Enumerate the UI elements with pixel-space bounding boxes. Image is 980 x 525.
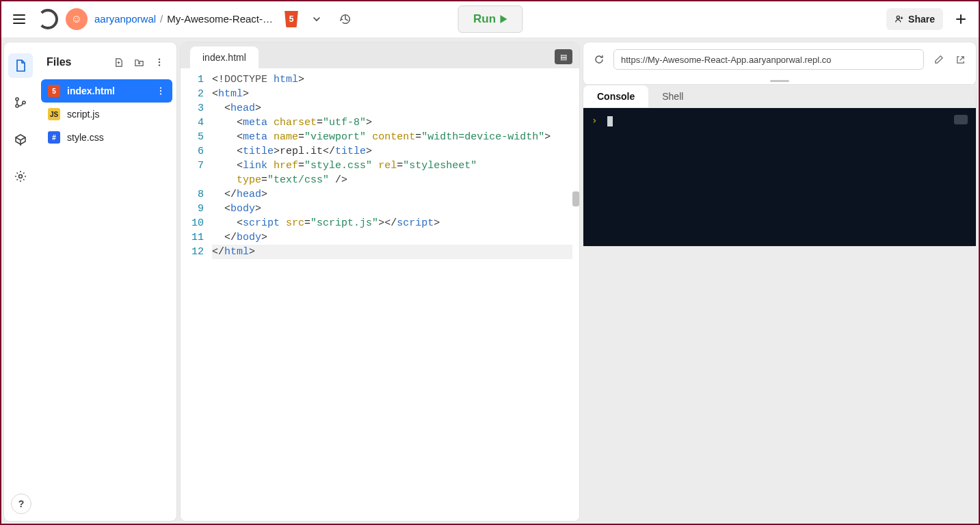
code-line[interactable]: <meta name="viewport" content="width=dev… — [212, 130, 572, 144]
console-output[interactable]: › — [583, 108, 976, 246]
breadcrumb: aaryanporwal / My-Awesome-React-… — [94, 13, 273, 25]
code-line[interactable]: </head> — [212, 187, 572, 202]
code-line[interactable]: <script src="script.js"></script> — [212, 216, 572, 230]
code-line[interactable]: </html> — [212, 245, 572, 259]
terminal-tabs: Console Shell — [583, 85, 976, 108]
files-more-button[interactable] — [152, 55, 167, 70]
run-button[interactable]: Run — [458, 5, 522, 33]
code-line[interactable]: <body> — [212, 202, 572, 216]
svg-point-8 — [160, 87, 161, 88]
breadcrumb-user[interactable]: aaryanporwal — [94, 13, 156, 25]
rail-settings-button[interactable] — [8, 164, 33, 189]
preview-url-input[interactable] — [613, 49, 924, 70]
breadcrumb-separator: / — [160, 13, 163, 25]
breadcrumb-project[interactable]: My-Awesome-React-… — [167, 13, 273, 25]
svg-point-5 — [159, 58, 160, 59]
code-line[interactable]: <link href="style.css" rel="stylesheet" — [212, 159, 572, 173]
play-icon — [500, 15, 507, 23]
css-file-icon: # — [48, 131, 60, 144]
files-header: Files — [41, 49, 172, 79]
pane-drag-handle[interactable] — [583, 77, 976, 85]
code-line[interactable]: </body> — [212, 230, 572, 245]
js-file-icon: JS — [48, 108, 60, 120]
html5-icon: 5 — [284, 11, 299, 27]
svg-point-10 — [160, 93, 161, 94]
file-row-style-css[interactable]: #style.css — [41, 126, 172, 149]
editor-tabbar: index.html ▤ — [181, 42, 579, 68]
left-panel: Files 5index.htmlJSscript.js#style.css — [4, 42, 176, 521]
files-pane: Files 5index.htmlJSscript.js#style.css — [37, 42, 176, 521]
history-button[interactable] — [334, 8, 356, 30]
markdown-preview-button[interactable]: ▤ — [555, 49, 572, 64]
editor-tab-index[interactable]: index.html — [190, 46, 259, 68]
file-label: style.css — [67, 132, 104, 143]
preview-pane — [583, 42, 976, 85]
svg-point-16 — [160, 139, 161, 141]
file-label: script.js — [67, 109, 99, 120]
help-button[interactable]: ? — [11, 494, 31, 514]
prompt-icon: › — [592, 115, 597, 126]
tab-console[interactable]: Console — [583, 85, 648, 107]
files-title: Files — [47, 56, 71, 68]
new-file-button[interactable] — [111, 55, 126, 70]
code-line[interactable]: <head> — [212, 101, 572, 116]
editor-gutter: 1234567 89101112 — [181, 68, 212, 521]
file-list: 5index.htmlJSscript.js#style.css — [41, 79, 172, 149]
invite-button[interactable] — [950, 8, 972, 30]
preview-urlbar — [583, 42, 976, 77]
rail-files-button[interactable] — [8, 53, 33, 78]
code-line[interactable]: <title>repl.it</title> — [212, 144, 572, 159]
run-label: Run — [473, 12, 496, 26]
svg-point-4 — [19, 175, 23, 178]
rail-vcs-button[interactable] — [8, 90, 33, 115]
svg-point-1 — [16, 98, 18, 100]
new-folder-button[interactable] — [131, 55, 146, 70]
file-row-index-html[interactable]: 5index.html — [41, 79, 172, 103]
file-more-button[interactable] — [156, 86, 165, 96]
language-dropdown-button[interactable] — [306, 8, 328, 30]
terminal-pane: Console Shell › — [583, 85, 976, 246]
svg-point-15 — [160, 137, 161, 138]
code-line[interactable]: <html> — [212, 87, 572, 101]
svg-point-14 — [160, 133, 161, 135]
refresh-button[interactable] — [592, 52, 607, 67]
share-button[interactable]: Share — [886, 8, 943, 30]
svg-point-7 — [159, 64, 160, 66]
svg-point-12 — [160, 113, 161, 115]
person-plus-icon — [895, 14, 904, 24]
topbar: ☺ aaryanporwal / My-Awesome-React-… 5 Ru… — [0, 0, 980, 38]
main-area: Files 5index.htmlJSscript.js#style.css — [0, 38, 980, 525]
rail-packages-button[interactable] — [8, 127, 33, 152]
code-line[interactable]: <!DOCTYPE html> — [212, 72, 572, 87]
tab-shell[interactable]: Shell — [648, 85, 697, 107]
replit-logo-icon[interactable] — [37, 8, 59, 30]
file-row-script-js[interactable]: JSscript.js — [41, 103, 172, 126]
editor-panel: index.html ▤ 1234567 89101112 <!DOCTYPE … — [181, 42, 579, 521]
svg-point-2 — [16, 105, 18, 107]
editor-body[interactable]: 1234567 89101112 <!DOCTYPE html><html> <… — [181, 68, 579, 521]
clear-console-button[interactable] — [954, 115, 968, 124]
svg-point-0 — [897, 16, 899, 18]
editor-code[interactable]: <!DOCTYPE html><html> <head> <meta chars… — [212, 68, 572, 521]
open-external-button[interactable] — [953, 52, 968, 67]
file-label: index.html — [67, 85, 115, 96]
right-panel: Console Shell › — [583, 42, 976, 521]
edit-url-button[interactable] — [931, 52, 946, 67]
svg-point-11 — [160, 110, 161, 111]
html-file-icon: 5 — [48, 85, 60, 97]
svg-point-6 — [159, 62, 160, 63]
svg-point-13 — [160, 116, 161, 118]
code-line[interactable]: type="text/css" /> — [212, 173, 572, 187]
code-line[interactable]: <meta charset="utf-8"> — [212, 116, 572, 130]
avatar[interactable]: ☺ — [66, 8, 88, 30]
left-rail — [4, 42, 37, 521]
svg-point-9 — [160, 90, 161, 92]
editor-scrollbar[interactable] — [572, 68, 579, 521]
prompt-cursor — [607, 116, 613, 126]
hamburger-button[interactable] — [8, 8, 30, 30]
share-label: Share — [908, 14, 935, 25]
